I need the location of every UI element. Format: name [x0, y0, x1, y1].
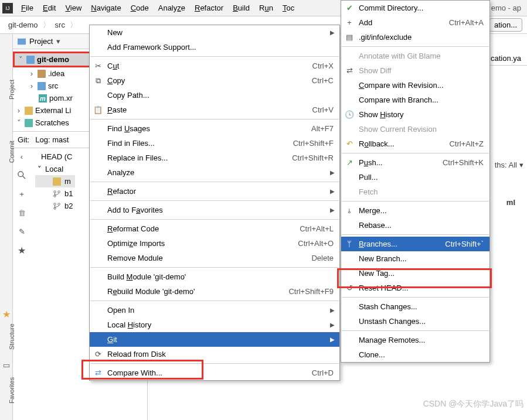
ctx-reset-head[interactable]: ↺Reset HEAD...	[341, 281, 489, 295]
ctx-stash[interactable]: Stash Changes...	[341, 299, 489, 314]
branch-icon	[53, 202, 61, 210]
ctx-unstash[interactable]: Unstash Changes...	[341, 314, 489, 329]
git-head[interactable]: HEAD (C	[35, 151, 75, 163]
ctx-local-history[interactable]: Local History▶	[90, 317, 339, 332]
plus-icon: +	[345, 18, 354, 28]
layout-icon[interactable]: ▭	[0, 361, 12, 370]
ctx-paste[interactable]: 📋PasteCtrl+V	[90, 103, 339, 117]
back-icon[interactable]: ‹	[17, 152, 26, 161]
delete-icon[interactable]: 🗑	[17, 208, 26, 217]
expand-icon[interactable]: ›	[28, 81, 35, 90]
ctx-replace-in-files[interactable]: Replace in Files...Ctrl+Shift+R	[90, 151, 339, 165]
star-icon[interactable]: ★	[17, 245, 26, 255]
ctx-pull[interactable]: Pull...	[341, 170, 489, 185]
ctx-new-tag[interactable]: New Tag...	[341, 266, 489, 281]
ctx-reload[interactable]: ⟳Reload from Disk	[90, 347, 339, 361]
ctx-merge[interactable]: ⫰Merge...	[341, 203, 489, 218]
ctx-build-module[interactable]: Build Module 'git-demo'	[90, 269, 339, 284]
menu-tools[interactable]: Toc	[278, 1, 299, 15]
ctx-compare-revision[interactable]: Compare with Revision...	[341, 78, 489, 93]
menu-code[interactable]: Code	[126, 1, 154, 15]
diff-icon: ⇄	[93, 368, 103, 378]
ctx-rollback[interactable]: ↶Rollback...Ctrl+Alt+Z	[341, 136, 489, 151]
tab-structure[interactable]: Structure	[8, 323, 15, 350]
tool-window-bar-left-bottom: ★ Structure ▭ Favorites	[0, 279, 13, 420]
context-menu-project: New▶ Add Framework Support... ✂CutCtrl+X…	[89, 25, 340, 381]
menu-file[interactable]: File	[16, 1, 38, 15]
svg-point-3	[54, 190, 56, 193]
ctx-exclude[interactable]: ▤.git/info/exclude	[341, 30, 489, 45]
branch-label: b2	[64, 202, 73, 210]
add-icon[interactable]: +	[17, 189, 26, 199]
expand-icon[interactable]: ›	[28, 69, 35, 78]
menu-view[interactable]: View	[60, 1, 86, 15]
ctx-rebase[interactable]: Rebase...	[341, 218, 489, 233]
paths-filter[interactable]: ths: All▾	[495, 161, 523, 169]
expand-icon[interactable]: ˅	[17, 55, 24, 64]
git-branch-m[interactable]: m	[35, 175, 75, 187]
clock-icon: 🕓	[345, 110, 354, 119]
ctx-copy-path[interactable]: Copy Path...	[90, 88, 339, 103]
breadcrumb-src[interactable]: src	[52, 19, 69, 30]
ctx-add[interactable]: +AddCtrl+Alt+A	[341, 15, 489, 30]
ctx-find-usages[interactable]: Find UsagesAlt+F7	[90, 121, 339, 136]
favorite-icon[interactable]: ★	[0, 309, 12, 320]
git-branch-b1[interactable]: b1	[35, 187, 75, 200]
ctx-remove-module[interactable]: Remove ModuleDelete	[90, 251, 339, 265]
ctx-new[interactable]: New▶	[90, 25, 339, 40]
diff-icon: ⇄	[345, 66, 354, 76]
run-config-button[interactable]: ation...	[489, 18, 522, 32]
ctx-rebuild-module[interactable]: Rebuild Module 'git-demo'Ctrl+Shift+F9	[90, 284, 339, 299]
menu-build[interactable]: Build	[228, 1, 254, 15]
pencil-icon[interactable]: ✎	[17, 227, 26, 236]
ctx-refactor[interactable]: Refactor▶	[90, 184, 339, 199]
menu-analyze[interactable]: Analyze	[154, 1, 190, 15]
submenu-arrow-icon: ▶	[330, 336, 335, 343]
branch-label: b1	[64, 189, 73, 198]
menu-refactor[interactable]: Refactor	[190, 1, 228, 15]
chevron-down-icon: ▾	[519, 161, 523, 169]
menu-navigate[interactable]: Navigate	[86, 1, 125, 15]
tag-icon	[53, 177, 61, 186]
ctx-find-in-files[interactable]: Find in Files...Ctrl+Shift+F	[90, 136, 339, 151]
ctx-branches[interactable]: ᛘBranches...Ctrl+Shift+`	[341, 237, 489, 251]
editor-tab-application[interactable]: cation.ya	[485, 52, 527, 66]
ctx-optimize-imports[interactable]: Optimize ImportsCtrl+Alt+O	[90, 236, 339, 251]
search-icon[interactable]	[17, 170, 26, 180]
ctx-new-branch[interactable]: New Branch...	[341, 251, 489, 266]
expand-icon[interactable]: ˅	[15, 118, 22, 127]
folder-icon	[38, 70, 46, 78]
branch-label: m	[64, 177, 71, 186]
ctx-clone[interactable]: Clone...	[341, 347, 489, 362]
breadcrumb-root[interactable]: git-demo	[5, 19, 42, 30]
ctx-show-history[interactable]: 🕓Show History	[341, 107, 489, 122]
ctx-framework[interactable]: Add Framework Support...	[90, 40, 339, 54]
ctx-push[interactable]: ↗Push...Ctrl+Shift+K	[341, 155, 489, 170]
ctx-cut[interactable]: ✂CutCtrl+X	[90, 59, 339, 73]
tab-project[interactable]: Project	[8, 80, 15, 100]
ctx-analyze[interactable]: Analyze▶	[90, 165, 339, 180]
ctx-git[interactable]: Git▶	[90, 332, 339, 347]
tab-favorites[interactable]: Favorites	[8, 377, 15, 404]
menu-edit[interactable]: Edit	[38, 1, 60, 15]
svg-point-1	[18, 172, 23, 177]
svg-point-6	[54, 203, 56, 205]
ctx-open-in[interactable]: Open In▶	[90, 303, 339, 317]
ctx-copy[interactable]: ⧉CopyCtrl+C	[90, 73, 339, 88]
module-folder-icon	[26, 56, 35, 64]
tab-commit[interactable]: Commit	[8, 141, 15, 163]
menu-run[interactable]: Run	[254, 1, 278, 15]
git-local[interactable]: ˅Local	[35, 163, 75, 175]
ctx-reformat[interactable]: Reformat CodeCtrl+Alt+L	[90, 221, 339, 236]
git-log-label[interactable]: Log: mast	[35, 135, 69, 144]
ctx-compare-with[interactable]: ⇄Compare With...Ctrl+D	[90, 366, 339, 380]
ctx-remotes[interactable]: Manage Remotes...	[341, 333, 489, 347]
expand-icon[interactable]: ›	[15, 106, 22, 115]
ctx-compare-branch[interactable]: Compare with Branch...	[341, 93, 489, 107]
ctx-favorites[interactable]: Add to Favorites▶	[90, 203, 339, 217]
maven-icon: m	[39, 94, 47, 103]
git-branch-b2[interactable]: b2	[35, 200, 75, 212]
scratch-icon	[25, 119, 33, 127]
ctx-commit-dir[interactable]: ✔Commit Directory...	[341, 1, 489, 15]
branch-icon: ᛘ	[345, 240, 354, 249]
